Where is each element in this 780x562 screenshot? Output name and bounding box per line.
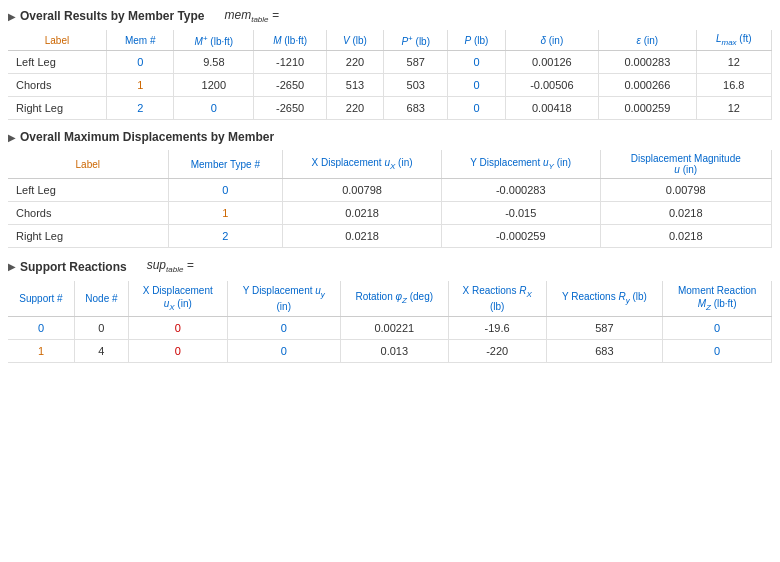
section-arrow-2[interactable]: ▶	[8, 132, 16, 143]
table-row: Right Leg 2 0.0218 -0.000259 0.0218	[8, 225, 772, 248]
displacements-title: Overall Maximum Displacements by Member	[20, 130, 274, 144]
cell-x-disp: 0.00798	[283, 179, 442, 202]
cell-m-minus: -2650	[254, 97, 327, 120]
cell-support: 0	[8, 317, 74, 340]
cell-delta: 0.00126	[505, 51, 599, 74]
cell-disp-mag: 0.0218	[600, 202, 772, 225]
th-m-minus: M (lb·ft)	[254, 30, 327, 51]
cell-p-minus: 0	[448, 51, 505, 74]
cell-member-type: 0	[168, 179, 283, 202]
cell-m-minus: -2650	[254, 74, 327, 97]
th-y-disp: Y Displacement uY (in)	[441, 150, 600, 179]
th-x-disp: X Displacement uX (in)	[283, 150, 442, 179]
member-formula: memtable =	[225, 8, 279, 24]
support-reactions-section: ▶ Support Reactions suptable = Support #…	[8, 258, 772, 363]
cell-member-type: 2	[168, 225, 283, 248]
cell-label: Chords	[8, 74, 106, 97]
cell-node: 0	[74, 317, 128, 340]
cell-v: 513	[326, 74, 383, 97]
cell-disp-mag: 0.00798	[600, 179, 772, 202]
cell-p-minus: 0	[448, 74, 505, 97]
support-reactions-title: Support Reactions	[20, 260, 127, 274]
cell-epsilon: 0.000259	[599, 97, 696, 120]
cell-label: Left Leg	[8, 51, 106, 74]
cell-mem: 0	[106, 51, 173, 74]
table-row: Left Leg 0 9.58 -1210 220 587 0 0.00126 …	[8, 51, 772, 74]
cell-lmax: 16.8	[696, 74, 771, 97]
cell-y-disp: -0.015	[441, 202, 600, 225]
cell-y-disp: -0.000259	[441, 225, 600, 248]
member-results-section: ▶ Overall Results by Member Type memtabl…	[8, 8, 772, 120]
cell-moment: 0	[663, 340, 772, 363]
th-p-minus: P (lb)	[448, 30, 505, 51]
cell-y-react: 683	[546, 340, 663, 363]
section-arrow-1[interactable]: ▶	[8, 11, 16, 22]
cell-rotation: 0.00221	[340, 317, 448, 340]
cell-member-type: 1	[168, 202, 283, 225]
cell-delta: 0.00418	[505, 97, 599, 120]
table-row: Right Leg 2 0 -2650 220 683 0 0.00418 0.…	[8, 97, 772, 120]
cell-x-react: -19.6	[448, 317, 546, 340]
cell-v: 220	[326, 51, 383, 74]
th-label: Label	[8, 30, 106, 51]
cell-y-disp: 0	[227, 340, 340, 363]
cell-y-disp: 0	[227, 317, 340, 340]
cell-y-disp: -0.000283	[441, 179, 600, 202]
th-node: Node #	[74, 281, 128, 317]
cell-support: 1	[8, 340, 74, 363]
table-row: Chords 1 1200 -2650 513 503 0 -0.00506 0…	[8, 74, 772, 97]
cell-m-minus: -1210	[254, 51, 327, 74]
cell-m-plus: 9.58	[174, 51, 254, 74]
th-y-react: Y Reactions Ry (lb)	[546, 281, 663, 317]
cell-delta: -0.00506	[505, 74, 599, 97]
cell-rotation: 0.013	[340, 340, 448, 363]
cell-p-plus: 503	[384, 74, 448, 97]
table-row: 1 4 0 0 0.013 -220 683 0	[8, 340, 772, 363]
th-x-disp: X DisplacementuX (in)	[128, 281, 227, 317]
cell-epsilon: 0.000283	[599, 51, 696, 74]
member-results-header: ▶ Overall Results by Member Type memtabl…	[8, 8, 772, 24]
th-moment: Moment ReactionMZ (lb·ft)	[663, 281, 772, 317]
cell-x-disp: 0	[128, 317, 227, 340]
section-arrow-3[interactable]: ▶	[8, 261, 16, 272]
th-delta: δ (in)	[505, 30, 599, 51]
th-p-plus: P+ (lb)	[384, 30, 448, 51]
cell-x-disp: 0.0218	[283, 202, 442, 225]
table-row: Chords 1 0.0218 -0.015 0.0218	[8, 202, 772, 225]
table-row: 0 0 0 0 0.00221 -19.6 587 0	[8, 317, 772, 340]
cell-node: 4	[74, 340, 128, 363]
cell-epsilon: 0.000266	[599, 74, 696, 97]
cell-m-plus: 0	[174, 97, 254, 120]
cell-y-react: 587	[546, 317, 663, 340]
cell-x-disp: 0	[128, 340, 227, 363]
table-row: Left Leg 0 0.00798 -0.000283 0.00798	[8, 179, 772, 202]
displacements-header: ▶ Overall Maximum Displacements by Membe…	[8, 130, 772, 144]
member-results-title: Overall Results by Member Type	[20, 9, 205, 23]
displacements-section: ▶ Overall Maximum Displacements by Membe…	[8, 130, 772, 248]
cell-lmax: 12	[696, 51, 771, 74]
cell-label: Right Leg	[8, 225, 168, 248]
member-results-table: Label Mem # M+ (lb·ft) M (lb·ft) V (lb) …	[8, 30, 772, 120]
cell-mem: 2	[106, 97, 173, 120]
th-mem: Mem #	[106, 30, 173, 51]
cell-v: 220	[326, 97, 383, 120]
cell-label: Right Leg	[8, 97, 106, 120]
th-v: V (lb)	[326, 30, 383, 51]
cell-p-minus: 0	[448, 97, 505, 120]
cell-p-plus: 683	[384, 97, 448, 120]
displacements-table: Label Member Type # X Displacement uX (i…	[8, 150, 772, 248]
th-support: Support #	[8, 281, 74, 317]
support-reactions-header: ▶ Support Reactions suptable =	[8, 258, 772, 274]
cell-disp-mag: 0.0218	[600, 225, 772, 248]
support-formula: suptable =	[147, 258, 194, 274]
th-disp-mag: Displacement Magnitudeu (in)	[600, 150, 772, 179]
cell-moment: 0	[663, 317, 772, 340]
main-container: ▶ Overall Results by Member Type memtabl…	[8, 8, 772, 363]
cell-x-react: -220	[448, 340, 546, 363]
cell-mem: 1	[106, 74, 173, 97]
cell-x-disp: 0.0218	[283, 225, 442, 248]
th-x-react: X Reactions RX(lb)	[448, 281, 546, 317]
th-y-disp: Y Displacement uy(in)	[227, 281, 340, 317]
th-lmax: Lmax (ft)	[696, 30, 771, 51]
th-epsilon: ε (in)	[599, 30, 696, 51]
